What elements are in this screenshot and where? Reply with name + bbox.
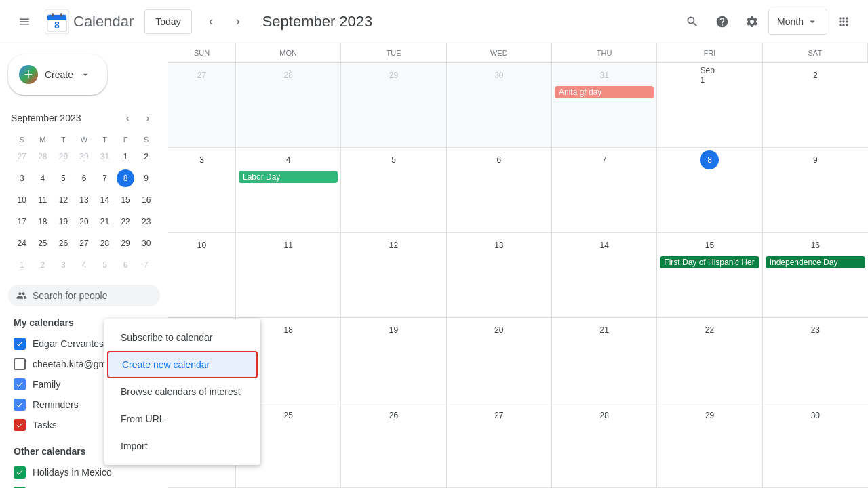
mini-day-number[interactable]: 6 [117, 256, 134, 274]
calendar-day-cell[interactable]: 4Labor Day [236, 148, 341, 232]
mini-day-number[interactable]: 10 [13, 191, 31, 209]
mini-day-number[interactable]: 27 [13, 148, 31, 165]
mini-day-cell[interactable]: 23 [136, 211, 156, 232]
dropdown-menu-item[interactable]: Subscribe to calendar [104, 324, 260, 351]
day-number[interactable]: 18 [279, 321, 298, 340]
settings-button[interactable] [738, 8, 766, 35]
other-calendar-item[interactable]: Holidays in Mexico [8, 462, 160, 483]
mini-next-button[interactable]: › [138, 108, 157, 127]
mini-day-cell[interactable]: 12 [54, 190, 73, 210]
mini-day-cell[interactable]: 30 [136, 233, 156, 253]
mini-day-cell[interactable]: 17 [12, 211, 32, 232]
calendar-checkbox[interactable] [14, 466, 26, 479]
mini-day-cell[interactable]: 15 [116, 190, 136, 210]
mini-day-cell[interactable]: 16 [136, 190, 156, 210]
day-number[interactable]: 16 [806, 236, 825, 255]
prev-month-button[interactable]: ‹ [197, 8, 224, 35]
mini-day-number[interactable]: 19 [54, 213, 72, 230]
mini-day-cell[interactable]: 1 [12, 255, 32, 275]
dropdown-menu-item[interactable]: Create new calendar [107, 351, 258, 378]
calendar-day-cell[interactable]: 13 [447, 233, 552, 318]
calendar-day-cell[interactable]: 5 [341, 148, 446, 232]
day-number[interactable]: 2 [806, 66, 825, 85]
mini-day-number[interactable]: 3 [13, 169, 31, 187]
mini-day-cell[interactable]: 7 [136, 255, 156, 275]
dropdown-menu-item[interactable]: Import [104, 432, 260, 460]
mini-day-number[interactable]: 31 [96, 148, 114, 165]
mini-day-cell[interactable]: 5 [95, 255, 115, 275]
day-number[interactable]: 28 [595, 406, 614, 425]
calendar-day-cell[interactable]: 28 [236, 63, 341, 148]
mini-day-cell[interactable]: 30 [75, 146, 94, 167]
help-button[interactable] [709, 8, 736, 35]
day-number[interactable]: 15 [700, 236, 719, 255]
search-button[interactable] [679, 8, 706, 35]
calendar-day-cell[interactable]: 15First Day of Hispanic Her [657, 233, 762, 318]
mini-day-cell[interactable]: 6 [75, 168, 94, 188]
mini-day-number[interactable]: 28 [34, 148, 52, 165]
mini-day-cell[interactable]: 1 [116, 146, 136, 167]
day-number[interactable]: 19 [384, 321, 403, 340]
mini-day-cell[interactable]: 21 [95, 211, 115, 232]
mini-day-number[interactable]: 4 [75, 256, 93, 274]
today-button[interactable]: Today [144, 9, 191, 34]
mini-day-cell[interactable]: 26 [54, 233, 73, 253]
mini-day-number[interactable]: 7 [138, 256, 155, 274]
calendar-day-cell[interactable]: 9 [763, 148, 868, 232]
mini-day-number[interactable]: 5 [54, 169, 72, 187]
day-number[interactable]: 3 [193, 150, 212, 169]
event-chip[interactable]: Anita gf day [555, 86, 654, 98]
mini-day-cell[interactable]: 19 [54, 211, 73, 232]
mini-day-cell[interactable]: 28 [33, 146, 53, 167]
calendar-day-cell[interactable]: 21 [552, 318, 657, 403]
event-chip[interactable]: Labor Day [239, 171, 338, 183]
mini-day-cell[interactable]: 3 [54, 255, 73, 275]
mini-prev-button[interactable]: ‹ [118, 108, 137, 127]
day-number[interactable]: 5 [384, 150, 403, 169]
mini-day-number[interactable]: 12 [54, 191, 72, 209]
calendar-day-cell[interactable]: 22 [657, 318, 762, 403]
mini-day-number[interactable]: 9 [138, 169, 155, 187]
mini-day-cell[interactable]: 31 [95, 146, 115, 167]
day-number[interactable]: 4 [279, 150, 298, 169]
calendar-checkbox[interactable] [14, 378, 26, 390]
mini-day-number[interactable]: 25 [34, 235, 52, 252]
google-apps-button[interactable] [830, 8, 857, 35]
calendar-day-cell[interactable]: 30 [447, 63, 552, 148]
mini-day-cell[interactable]: 11 [33, 190, 53, 210]
calendar-day-cell[interactable]: 16Independence Day [763, 233, 868, 318]
calendar-day-cell[interactable]: 27 [447, 403, 552, 488]
day-number[interactable]: 9 [806, 150, 825, 169]
view-selector[interactable]: Month [768, 9, 827, 35]
hamburger-menu-button[interactable] [11, 8, 38, 35]
day-number[interactable]: 20 [490, 321, 509, 340]
calendar-day-cell[interactable]: 14 [552, 233, 657, 318]
calendar-checkbox[interactable] [14, 338, 26, 350]
event-chip[interactable]: Independence Day [766, 256, 865, 268]
calendar-day-cell[interactable]: 10 [168, 233, 236, 318]
day-number[interactable]: 21 [595, 321, 614, 340]
mini-day-number[interactable]: 11 [34, 191, 52, 209]
search-people-button[interactable]: Search for people [8, 285, 160, 306]
calendar-day-cell[interactable]: 7 [552, 148, 657, 232]
mini-day-cell[interactable]: 29 [54, 146, 73, 167]
create-event-button[interactable]: + Create [8, 54, 107, 95]
mini-day-number[interactable]: 29 [54, 148, 72, 165]
day-number[interactable]: Sep 1 [700, 66, 719, 85]
mini-day-number[interactable]: 27 [75, 235, 93, 252]
day-number[interactable]: 12 [384, 236, 403, 255]
mini-day-cell[interactable]: 28 [95, 233, 115, 253]
mini-day-number[interactable]: 30 [75, 148, 93, 165]
mini-day-number[interactable]: 30 [138, 235, 155, 252]
day-number[interactable]: 31 [595, 66, 614, 85]
calendar-checkbox[interactable] [14, 419, 26, 431]
day-number[interactable]: 6 [490, 150, 509, 169]
calendar-day-cell[interactable]: 29 [341, 63, 446, 148]
day-number[interactable]: 30 [490, 66, 509, 85]
day-number[interactable]: 7 [595, 150, 614, 169]
mini-day-cell[interactable]: 20 [75, 211, 94, 232]
calendar-day-cell[interactable]: 23 [763, 318, 868, 403]
mini-day-number[interactable]: 5 [96, 256, 114, 274]
calendar-day-cell[interactable]: 28 [552, 403, 657, 488]
mini-day-cell[interactable]: 6 [116, 255, 136, 275]
